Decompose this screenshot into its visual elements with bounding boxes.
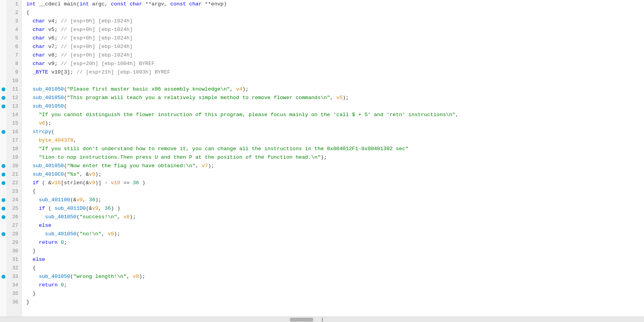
- scrollbar-thumb[interactable]: [290, 318, 313, 322]
- bp-4[interactable]: [0, 26, 7, 34]
- code-area: 12345 678910 1112131415 1617181920 21222…: [0, 0, 644, 317]
- code-line-4: char v5; // [esp+0h] [ebp-1024h]: [26, 26, 644, 34]
- code-line-6: char v7; // [esp+0h] [ebp-1024h]: [26, 43, 644, 51]
- code-line-5: char v6; // [esp+0h] [ebp-1024h]: [26, 34, 644, 43]
- code-line-31: else: [26, 255, 644, 264]
- code-line-32: {: [26, 264, 644, 272]
- bp-20[interactable]: [0, 162, 7, 170]
- bp-30[interactable]: [0, 247, 7, 255]
- bp-34[interactable]: [0, 281, 7, 289]
- code-line-34: return 0;: [26, 281, 644, 289]
- code-line-26: sub_401050("success!\n", v8);: [26, 213, 644, 221]
- code-line-36: }: [26, 298, 644, 307]
- line-numbers: 12345 678910 1112131415 1617181920 21222…: [7, 0, 22, 317]
- code-line-1: int __cdecl main(int argc, const char **…: [26, 0, 644, 9]
- code-line-29: return 0;: [26, 238, 644, 247]
- cursor-indicator: [322, 318, 323, 322]
- code-line-8: char v9; // [esp+20h] [ebp-1004h] BYREF: [26, 60, 644, 68]
- bp-11[interactable]: [0, 85, 7, 94]
- code-line-30: }: [26, 247, 644, 255]
- code-line-24: sub_401100(&v9, 36);: [26, 196, 644, 204]
- bp-33[interactable]: [0, 272, 7, 281]
- bp-28[interactable]: [0, 230, 7, 238]
- code-line-15: v6);: [26, 119, 644, 128]
- bp-22[interactable]: [0, 179, 7, 187]
- bp-9[interactable]: [0, 68, 7, 77]
- scrollbar-track[interactable]: [1, 318, 643, 322]
- code-line-10: [26, 77, 644, 85]
- bp-23[interactable]: [0, 187, 7, 196]
- code-line-11: sub_401050("Please first master basic x8…: [26, 85, 644, 94]
- bp-31[interactable]: [0, 255, 7, 264]
- bp-21[interactable]: [0, 170, 7, 179]
- bp-13[interactable]: [0, 102, 7, 111]
- bp-7[interactable]: [0, 51, 7, 60]
- code-editor: 12345 678910 1112131415 1617181920 21222…: [0, 0, 644, 322]
- code-line-25: if ( sub_4011D0(&v9, 36) ): [26, 204, 644, 213]
- code-line-22: if ( &v10[strlen(&v9)] - v10 == 36 ): [26, 179, 644, 187]
- bp-18[interactable]: [0, 145, 7, 153]
- code-line-14: "If you cannot distinguish the flower in…: [26, 111, 644, 119]
- bp-12[interactable]: [0, 94, 7, 102]
- bp-25[interactable]: [0, 204, 7, 213]
- code-line-2: {: [26, 9, 644, 17]
- bp-5[interactable]: [0, 34, 7, 43]
- code-line-12: sub_401050("This program will teach you …: [26, 94, 644, 102]
- code-line-7: char v8; // [esp+0h] [ebp-1024h]: [26, 51, 644, 60]
- bp-8[interactable]: [0, 60, 7, 68]
- bp-24[interactable]: [0, 196, 7, 204]
- code-content[interactable]: int __cdecl main(int argc, const char **…: [22, 0, 644, 317]
- bp-36[interactable]: [0, 298, 7, 307]
- code-line-9: _BYTE v10[3]; // [esp+21h] [ebp-1003h] B…: [26, 68, 644, 77]
- bp-3[interactable]: [0, 17, 7, 26]
- code-line-20: sub_401050("Now enter the flag you have …: [26, 162, 644, 170]
- code-line-33: sub_401050("wrong length!\n", v8);: [26, 272, 644, 281]
- bp-29[interactable]: [0, 238, 7, 247]
- bp-10[interactable]: [0, 77, 7, 85]
- bp-2[interactable]: [0, 9, 7, 17]
- code-line-13: sub_401050(: [26, 102, 644, 111]
- bp-26[interactable]: [0, 213, 7, 221]
- code-line-17: byte_404378,: [26, 136, 644, 145]
- code-line-35: }: [26, 289, 644, 298]
- code-line-28: sub_401050("no!\n", v8);: [26, 230, 644, 238]
- bp-35[interactable]: [0, 289, 7, 298]
- bp-32[interactable]: [0, 264, 7, 272]
- code-line-16: strcpy(: [26, 128, 644, 136]
- bp-19[interactable]: [0, 153, 7, 162]
- breakpoint-column[interactable]: [0, 0, 7, 317]
- code-line-27: else: [26, 221, 644, 230]
- code-line-21: sub_4010C0("%s", &v9);: [26, 170, 644, 179]
- code-line-3: char v4; // [esp+0h] [ebp-1024h]: [26, 17, 644, 26]
- bp-17[interactable]: [0, 136, 7, 145]
- bp-6[interactable]: [0, 43, 7, 51]
- bp-27[interactable]: [0, 221, 7, 230]
- code-line-23: {: [26, 187, 644, 196]
- bp-16[interactable]: [0, 128, 7, 136]
- bp-15[interactable]: [0, 119, 7, 128]
- code-line-18: "If you still don't understand how to re…: [26, 145, 644, 153]
- horizontal-scrollbar[interactable]: [0, 317, 644, 322]
- bp-14[interactable]: [0, 111, 7, 119]
- code-line-19: "tion to nop instructions.Then press U a…: [26, 153, 644, 162]
- bp-1[interactable]: [0, 0, 7, 9]
